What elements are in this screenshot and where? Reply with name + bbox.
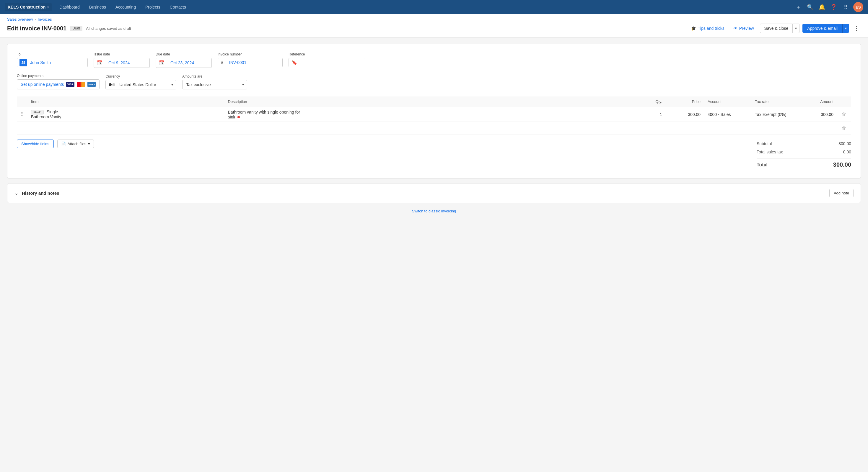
- tips-and-tricks-button[interactable]: 🎓 Tips and tricks: [688, 24, 727, 32]
- currency-group: Currency United States Dollar ▾: [105, 74, 176, 90]
- history-title: History and notes: [22, 191, 59, 196]
- red-dot-indicator: [238, 116, 240, 118]
- save-close-dropdown-button[interactable]: ▾: [793, 24, 800, 33]
- amounts-value: Tax exclusive: [183, 80, 239, 89]
- total-value: 300.00: [833, 161, 851, 168]
- brand-menu[interactable]: KELS Construction ▾: [5, 3, 52, 11]
- online-payments-group: Online payments Set up online payments V…: [17, 74, 99, 90]
- empty-drag: [17, 122, 28, 135]
- setup-payments-button[interactable]: Set up online payments VISA AMEX: [17, 79, 99, 90]
- due-date-label: Due date: [156, 52, 212, 56]
- collapse-history-button[interactable]: ⌄: [14, 190, 18, 196]
- calendar-icon: 📅: [94, 58, 105, 68]
- reference-input[interactable]: [300, 58, 365, 67]
- empty-amount: [799, 122, 837, 135]
- to-clear-button[interactable]: ×: [85, 59, 88, 66]
- page-title: Edit invoice INV-0001: [7, 25, 66, 32]
- nav-accounting[interactable]: Accounting: [111, 0, 140, 14]
- preview-button[interactable]: 👁 Preview: [731, 24, 757, 32]
- breadcrumb-sales-overview[interactable]: Sales overview: [7, 17, 33, 22]
- add-note-button[interactable]: Add note: [829, 189, 854, 197]
- avatar[interactable]: ES: [853, 2, 863, 12]
- setup-payments-label: Set up online payments: [21, 82, 64, 87]
- total-row: Total 300.00: [757, 158, 851, 170]
- nav-dashboard[interactable]: Dashboard: [55, 0, 84, 14]
- amounts-dropdown-button[interactable]: ▾: [239, 80, 247, 89]
- currency-label: Currency: [105, 74, 176, 78]
- reference-label: Reference: [288, 52, 365, 56]
- bookmark-icon: 🔖: [289, 58, 300, 67]
- price-cell: 300.00: [666, 107, 704, 122]
- bell-icon[interactable]: 🔔: [816, 2, 827, 12]
- issue-date-wrap: 📅 ▾: [94, 58, 150, 68]
- table-row: ⠿ BAVA1 SingleBathroom Vanity Bathroom v…: [17, 107, 851, 122]
- to-input[interactable]: [27, 58, 85, 67]
- page-footer: Switch to classic invoicing: [7, 203, 861, 219]
- help-icon[interactable]: ❓: [829, 2, 839, 12]
- empty-tax[interactable]: [751, 122, 799, 135]
- empty-qty[interactable]: [642, 122, 666, 135]
- breadcrumb-separator: ›: [35, 17, 36, 22]
- amounts-group: Amounts are Tax exclusive ▾: [182, 74, 247, 90]
- due-date-group: Due date 📅 ▾: [156, 52, 212, 68]
- page-header: Sales overview › Invoices Edit invoice I…: [0, 14, 868, 38]
- currency-dropdown-button[interactable]: ▾: [168, 80, 176, 89]
- item-cell: BAVA1 SingleBathroom Vanity: [28, 107, 224, 122]
- drag-handle-icon[interactable]: ⠿: [20, 112, 24, 117]
- empty-item[interactable]: [28, 122, 224, 135]
- brand-name: KELS Construction: [8, 5, 45, 9]
- hash-icon: #: [218, 58, 226, 67]
- nav-projects[interactable]: Projects: [141, 0, 164, 14]
- switch-classic-link[interactable]: Switch to classic invoicing: [412, 209, 456, 213]
- form-row-1: To JS × Issue date 📅 ▾ Due date 📅: [17, 52, 851, 68]
- invoice-card: To JS × Issue date 📅 ▾ Due date 📅: [7, 44, 861, 178]
- currency-select[interactable]: United States Dollar ▾: [105, 80, 176, 90]
- issue-date-label: Issue date: [94, 52, 150, 56]
- invoice-number-label: Invoice number: [218, 52, 283, 56]
- delete-empty-row-button[interactable]: 🗑: [840, 125, 848, 132]
- empty-desc[interactable]: [224, 122, 642, 135]
- mastercard-icon: [77, 82, 85, 87]
- show-hide-fields-button[interactable]: Show/hide fields: [17, 139, 54, 148]
- brand-chevron-icon: ▾: [47, 6, 49, 9]
- attach-dropdown-icon: ▾: [88, 142, 90, 146]
- empty-row: 🗑: [17, 122, 851, 135]
- description-text: Bathroom vanity with single opening for …: [228, 110, 300, 119]
- attach-files-button[interactable]: 📄 Attach files ▾: [57, 139, 94, 148]
- totals-section: Subtotal 300.00 Total sales tax 0.00 Tot…: [757, 139, 851, 170]
- to-group: To JS ×: [17, 52, 88, 68]
- item-badge: BAVA1: [31, 110, 44, 114]
- invoice-number-input[interactable]: [226, 58, 283, 67]
- approve-dropdown-button[interactable]: ▾: [842, 24, 849, 33]
- amounts-select[interactable]: Tax exclusive ▾: [182, 80, 247, 90]
- breadcrumb-invoices[interactable]: Invoices: [38, 17, 52, 22]
- empty-account[interactable]: [704, 122, 751, 135]
- search-icon[interactable]: 🔍: [805, 2, 815, 12]
- attach-icon: 📄: [61, 142, 66, 146]
- underlined-text: single: [267, 110, 278, 114]
- subtotal-value: 300.00: [838, 141, 851, 146]
- nav-contacts[interactable]: Contacts: [166, 0, 190, 14]
- due-date-input[interactable]: [167, 58, 212, 67]
- issue-date-input[interactable]: [105, 58, 150, 67]
- empty-price[interactable]: [666, 122, 704, 135]
- invoice-number-wrap: #: [218, 58, 283, 67]
- more-options-button[interactable]: ⋮: [852, 23, 861, 33]
- drag-handle-cell: ⠿: [17, 107, 28, 122]
- grid-icon[interactable]: ⠿: [840, 2, 851, 12]
- price-column-header: Price: [666, 97, 704, 107]
- subtotal-label: Subtotal: [757, 141, 772, 146]
- delete-row-button[interactable]: 🗑: [840, 111, 848, 118]
- tax-rate-cell: Tax Exempt (0%): [751, 107, 799, 122]
- invoice-number-group: Invoice number #: [218, 52, 283, 68]
- add-icon[interactable]: ＋: [793, 2, 804, 12]
- issue-date-group: Issue date 📅 ▾: [94, 52, 150, 68]
- actions-column-header: [837, 97, 851, 107]
- calendar-icon-2: 📅: [156, 58, 167, 68]
- approve-email-button[interactable]: Approve & email: [802, 24, 842, 33]
- nav-business[interactable]: Business: [85, 0, 110, 14]
- history-title-row: ⌄ History and notes: [14, 190, 59, 196]
- save-close-button[interactable]: Save & close: [760, 24, 793, 33]
- to-label: To: [17, 52, 88, 56]
- underlined-text-2: sink: [228, 114, 236, 119]
